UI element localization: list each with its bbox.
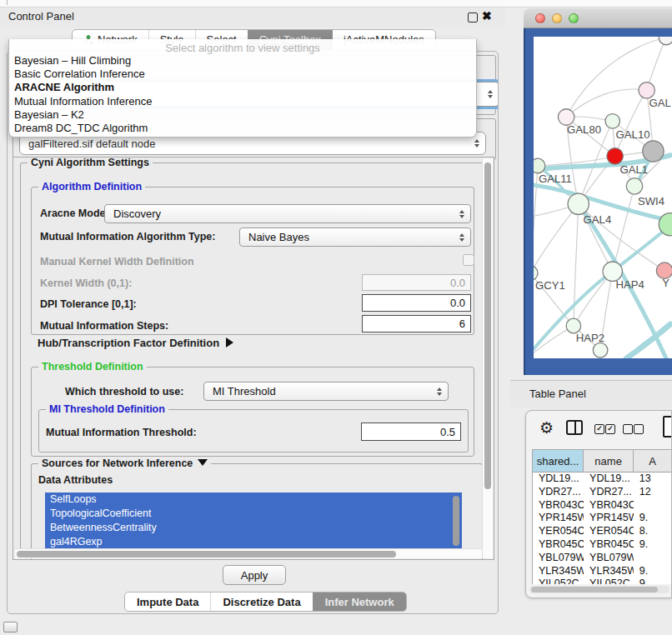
column-header-name[interactable]: name: [584, 450, 634, 472]
table-cell: 9.: [634, 565, 672, 578]
attribute-item-betweennesscentrality[interactable]: BetweennessCentrality: [45, 521, 462, 535]
network-node-gal4[interactable]: [568, 193, 589, 214]
algorithm-option-aracne-algorithm[interactable]: ARACNE Algorithm: [9, 81, 476, 94]
algorithm-option-mutual-information-inference[interactable]: Mutual Information Inference: [9, 95, 476, 108]
network-node-gal1[interactable]: [607, 148, 623, 164]
algorithm-popup: Select algorithm to view settings Bayesi…: [8, 39, 477, 138]
table-horizontal-scrollbar[interactable]: [529, 586, 669, 593]
table-row[interactable]: YPR145WYPR145W9.: [533, 512, 672, 525]
table-cell: 9.: [634, 538, 672, 552]
network-node-gal10[interactable]: [605, 114, 620, 129]
close-icon[interactable]: ✖: [482, 9, 492, 22]
table-row[interactable]: YER054CYER054C8.: [533, 525, 672, 538]
table-row[interactable]: YBR043CYBR043C: [533, 499, 672, 512]
table-row[interactable]: YBR045CYBR045C9.: [533, 538, 672, 552]
bottom-tab-impute-data[interactable]: Impute Data: [125, 592, 210, 611]
select-all-icon[interactable]: ✓: [594, 424, 604, 434]
network-node-gcy1[interactable]: [534, 266, 538, 281]
hub-section-toggle[interactable]: Hub/Transcription Factor Definition: [38, 337, 233, 349]
table-row[interactable]: YLR345WYLR345W9.: [533, 565, 672, 578]
document-icon[interactable]: [663, 416, 672, 438]
algorithm-option-basic-correlation-inference[interactable]: Basic Correlation Inference: [9, 68, 476, 81]
sources-title[interactable]: Sources for Network Inference: [38, 458, 211, 470]
table-cell: YDL19...: [584, 472, 634, 486]
algorithm-definition-title: Algorithm Definition: [38, 181, 145, 193]
deselect-all-icon[interactable]: [623, 424, 633, 434]
combo-arrows-icon: [459, 210, 464, 218]
network-node[interactable]: [659, 37, 672, 45]
scrollbar-thumb[interactable]: [17, 551, 396, 558]
table-cell: [634, 499, 672, 512]
kernel-width-label: Kernel Width (0,1):: [40, 278, 132, 289]
network-node-hap2[interactable]: [566, 318, 581, 333]
table-cell: 9.: [634, 512, 672, 525]
algorithm-option-bayesian-k2[interactable]: Bayesian – K2: [9, 108, 476, 122]
column-layout-icon[interactable]: [566, 420, 583, 435]
control-panel: Control Panel ✖ NetworkStyleSelectCyni T…: [0, 8, 505, 613]
table-cell: YER054C: [533, 525, 584, 538]
data-attributes-list[interactable]: SelfLoopsTopologicalCoefficientBetweenne…: [45, 492, 462, 551]
mi-steps-input[interactable]: 6: [362, 315, 471, 332]
mi-threshold-definition-title: MI Threshold Definition: [46, 403, 168, 416]
mac-minimize-button[interactable]: [552, 13, 562, 23]
restore-panel-icon[interactable]: [3, 622, 18, 632]
network-node[interactable]: [593, 342, 608, 358]
network-edge: [574, 204, 579, 326]
gear-icon[interactable]: ⚙: [539, 418, 554, 438]
table-row[interactable]: YDR27...YDR27...12: [533, 486, 672, 499]
mi-algorithm-type-combo[interactable]: Naive Bayes: [239, 228, 471, 247]
settings-vertical-scrollbar[interactable]: [482, 158, 493, 558]
table-cell: 8.: [634, 525, 672, 538]
mac-close-button[interactable]: [535, 13, 545, 23]
mac-zoom-button[interactable]: [569, 13, 579, 23]
mutual-information-threshold-label: Mutual Information Threshold:: [46, 427, 197, 438]
network-window-titlebar[interactable]: [524, 8, 672, 28]
mi-threshold-definition-group: MI Threshold Definition Mutual Informati…: [38, 409, 469, 452]
network-node-gal11[interactable]: [534, 158, 545, 173]
top-strip-divider: [7, 0, 8, 5]
which-threshold-combo[interactable]: MI Threshold: [203, 382, 449, 401]
float-window-icon[interactable]: [468, 12, 478, 22]
scrollbar-thumb[interactable]: [484, 162, 491, 489]
dpi-tolerance-label: DPI Tolerance [0,1]:: [40, 298, 137, 310]
mi-algorithm-type-value: Naive Bayes: [248, 231, 309, 243]
algorithm-option-bayesian-hill-climbing[interactable]: Bayesian – Hill Climbing: [9, 54, 476, 68]
combo-arrows-icon: [437, 388, 442, 396]
cyni-algorithm-settings-group: Cyni Algorithm Settings Algorithm Defini…: [20, 162, 485, 557]
node-label: Y: [662, 277, 669, 289]
deselect-all-icon[interactable]: [634, 424, 644, 434]
network-node-swi4[interactable]: [626, 178, 642, 194]
algorithm-option-dream8-dc-tdc-algorithm[interactable]: Dream8 DC_TDC Algorithm: [9, 122, 476, 135]
network-canvas[interactable]: GALGAL80GAL10GAL1GAL11SWI4GAL4GCY1HAP4YH…: [534, 37, 672, 358]
attributes-list-scrollbar[interactable]: [453, 496, 459, 546]
dpi-tolerance-input[interactable]: 0.0: [362, 294, 471, 312]
manual-kernel-checkbox[interactable]: [463, 254, 474, 266]
bottom-tab-discretize-data[interactable]: Discretize Data: [210, 592, 312, 611]
which-threshold-label: Which threshold to use:: [65, 386, 183, 398]
combo-arrows-icon: [474, 139, 479, 148]
table-cell: YER054C: [584, 525, 634, 538]
cyni-algorithm-settings-title: Cyni Algorithm Settings: [28, 157, 153, 169]
kernel-width-input[interactable]: 0.0: [362, 274, 471, 291]
table-panel-title: Table Panel: [529, 388, 586, 400]
network-node[interactable]: [643, 141, 664, 162]
bottom-tab-infer-network[interactable]: Infer Network: [313, 592, 406, 611]
attribute-item-gal4rgexp[interactable]: gal4RGexp: [45, 535, 462, 549]
column-header-a[interactable]: A: [634, 450, 672, 472]
scrollbar-thumb[interactable]: [531, 587, 658, 592]
apply-button[interactable]: Apply: [223, 565, 286, 585]
control-panel-title: Control Panel: [8, 10, 74, 22]
table-row[interactable]: YIL052CYIL052C9: [533, 578, 672, 584]
screen: Control Panel ✖ NetworkStyleSelectCyni T…: [0, 0, 672, 635]
attribute-item-topologicalcoefficient[interactable]: TopologicalCoefficient: [45, 507, 462, 521]
select-all-icon[interactable]: ✓: [605, 424, 615, 434]
settings-horizontal-scrollbar[interactable]: [15, 548, 482, 558]
table-cell: YBR045C: [533, 538, 584, 552]
column-header-shared[interactable]: shared...: [533, 450, 584, 472]
attribute-item-selfloops[interactable]: SelfLoops: [45, 492, 462, 507]
table-row[interactable]: YDL19...YDL19...13: [533, 472, 672, 486]
mutual-information-threshold-input[interactable]: 0.5: [361, 422, 461, 441]
aracne-mode-combo[interactable]: Discovery: [104, 204, 471, 223]
table-row[interactable]: YBL079WYBL079W: [533, 552, 672, 565]
kernel-width-value: 0.0: [450, 277, 465, 289]
